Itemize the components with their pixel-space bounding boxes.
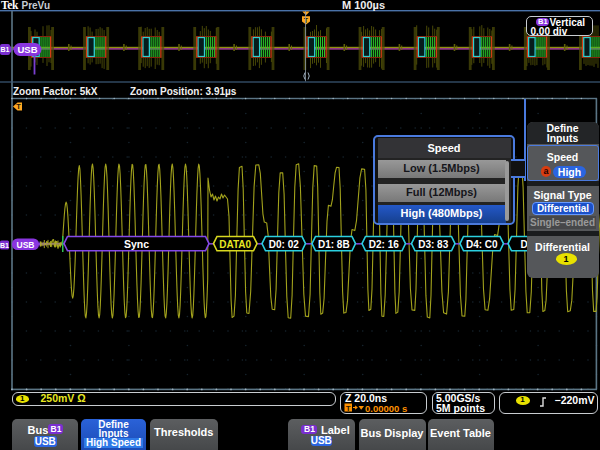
svg-text:B1: B1 — [0, 242, 9, 249]
svg-text:D0: 02: D0: 02 — [269, 239, 299, 250]
svg-text:T: T — [16, 102, 21, 111]
svg-text:Sync: Sync — [124, 238, 149, 250]
svg-text:USB: USB — [17, 44, 37, 55]
svg-text:D2: 16: D2: 16 — [369, 239, 399, 250]
svg-text:D3: 83: D3: 83 — [418, 239, 448, 250]
svg-text:DATA0: DATA0 — [219, 239, 251, 250]
svg-text:T: T — [345, 404, 350, 413]
svg-text:B1: B1 — [1, 46, 10, 53]
svg-text:USB: USB — [17, 240, 35, 250]
svg-text:D4: C0: D4: C0 — [466, 239, 498, 250]
svg-text:T: T — [304, 17, 309, 24]
svg-text:D1: 8B: D1: 8B — [318, 239, 350, 250]
